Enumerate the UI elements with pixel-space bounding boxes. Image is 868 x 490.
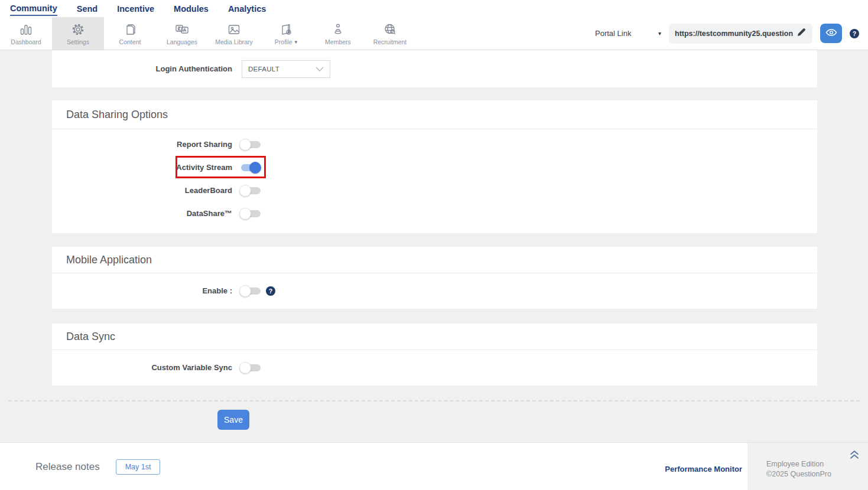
profile-folder-icon — [279, 21, 293, 37]
eye-icon — [825, 28, 837, 38]
portal-link-dropdown[interactable]: Portal Link ▾ — [595, 29, 661, 38]
custom-variable-sync-toggle[interactable] — [239, 362, 261, 374]
toolbar-item-recruitment[interactable]: Recruitment — [364, 17, 416, 50]
portal-url-field[interactable]: https://testcommunity25.questionpr — [669, 24, 812, 44]
nav-item-modules[interactable]: Modules — [174, 2, 209, 15]
save-row: Save — [217, 410, 868, 430]
section-header: Data Sharing Options — [52, 100, 817, 129]
toolbar-item-members[interactable]: Members — [312, 17, 364, 50]
bar-chart-icon — [19, 21, 33, 37]
toolbar-item-settings[interactable]: Settings — [52, 17, 104, 50]
login-authentication-value: DEFAULT — [248, 66, 279, 73]
toolbar-item-label: Content — [119, 38, 141, 45]
custom-variable-sync-label: Custom Variable Sync — [52, 363, 232, 372]
login-authentication-select[interactable]: DEFAULT — [242, 60, 330, 78]
mobile-enable-toggle[interactable] — [239, 285, 261, 297]
login-authentication-label: Login Authentication — [52, 64, 232, 73]
mobile-enable-label: Enable : — [52, 286, 232, 295]
section-title: Mobile Application — [66, 254, 152, 266]
mobile-application-card: Mobile Application Enable : ? — [52, 247, 817, 309]
gear-icon — [71, 21, 85, 37]
nav-item-community[interactable]: Community — [10, 1, 57, 16]
nav-item-send[interactable]: Send — [77, 2, 97, 15]
chevron-down-icon: ▾ — [295, 39, 298, 45]
toolbar-item-label: Recruitment — [373, 38, 407, 45]
release-notes-label: Release notes — [35, 461, 100, 473]
toolbar: Dashboard Settings Content Languages Med… — [0, 17, 868, 50]
report-sharing-row: Report Sharing — [52, 133, 817, 156]
datashare-label: DataShare™ — [52, 209, 232, 218]
toolbar-item-media-library[interactable]: Media Library — [208, 17, 260, 50]
toolbar-item-label: Media Library — [215, 38, 253, 45]
chevron-down-icon: ▾ — [658, 30, 661, 37]
activity-stream-row: Activity Stream — [52, 156, 817, 179]
nav-item-analytics[interactable]: Analytics — [228, 2, 266, 15]
edition-line2: ©2025 QuestionPro — [766, 469, 831, 479]
activity-stream-label: Activity Stream — [52, 163, 232, 172]
performance-monitor-link[interactable]: Performance Monitor — [665, 465, 742, 473]
pencil-icon[interactable] — [797, 27, 807, 40]
section-title: Data Sync — [66, 331, 115, 343]
portal-url-text: https://testcommunity25.questionpr — [675, 30, 793, 38]
footer: Release notes May 1st Performance Monito… — [0, 442, 868, 490]
section-title: Data Sharing Options — [66, 109, 168, 121]
toolbar-item-content[interactable]: Content — [104, 17, 156, 50]
toolbar-item-label: Settings — [67, 38, 89, 45]
data-sync-card: Data Sync Custom Variable Sync — [52, 324, 817, 386]
release-date-badge[interactable]: May 1st — [116, 459, 161, 475]
custom-variable-sync-row: Custom Variable Sync — [52, 356, 817, 379]
mobile-enable-row: Enable : ? — [52, 279, 817, 302]
settings-page: Login Authentication DEFAULT Data Sharin… — [0, 50, 868, 442]
report-sharing-toggle[interactable] — [239, 139, 261, 151]
section-header: Mobile Application — [52, 247, 817, 273]
datashare-row: DataShare™ — [52, 202, 817, 225]
edition-panel: Employee Edition ©2025 QuestionPro — [747, 443, 868, 490]
chevron-down-icon — [316, 64, 324, 74]
leaderboard-toggle[interactable] — [239, 185, 261, 197]
toolbar-item-label: Profile ▾ — [275, 38, 297, 45]
toolbar-item-label: Members — [325, 38, 351, 45]
save-button[interactable]: Save — [217, 410, 249, 430]
toolbar-item-label-text: Profile — [275, 38, 292, 45]
toolbar-item-dashboard[interactable]: Dashboard — [0, 17, 52, 50]
toolbar-item-profile[interactable]: Profile ▾ — [260, 17, 312, 50]
toolbar-item-label: Dashboard — [11, 38, 41, 45]
leaderboard-label: LeaderBoard — [52, 186, 232, 195]
edition-line1: Employee Edition — [766, 459, 831, 469]
toolbar-item-languages[interactable]: Languages — [156, 17, 208, 50]
globe-search-icon — [383, 21, 397, 37]
login-authentication-card: Login Authentication DEFAULT — [52, 50, 817, 87]
translate-icon — [174, 21, 190, 37]
portal-link-label: Portal Link — [595, 29, 631, 38]
toolbar-right-controls: Portal Link ▾ https://testcommunity25.qu… — [595, 17, 868, 50]
section-body: Enable : ? — [52, 273, 817, 308]
help-icon[interactable]: ? — [850, 29, 859, 38]
pages-icon — [123, 21, 137, 37]
help-icon[interactable]: ? — [266, 286, 275, 296]
dashed-divider — [8, 400, 860, 401]
edition-text: Employee Edition ©2025 QuestionPro — [766, 459, 831, 479]
section-body: Report Sharing Activity Stream LeaderBoa… — [52, 129, 817, 225]
activity-stream-toggle[interactable] — [239, 162, 261, 174]
data-sharing-options-card: Data Sharing Options Report Sharing Acti… — [52, 100, 817, 233]
datashare-toggle[interactable] — [239, 208, 261, 220]
double-chevron-up-icon[interactable] — [849, 449, 860, 463]
preview-button[interactable] — [820, 24, 842, 43]
person-icon — [331, 21, 345, 37]
report-sharing-label: Report Sharing — [52, 140, 232, 149]
section-body: Custom Variable Sync — [52, 350, 817, 385]
release-notes-group: Release notes May 1st — [35, 459, 160, 475]
top-nav: Community Send Incentive Modules Analyti… — [0, 0, 868, 17]
toolbar-item-label: Languages — [167, 38, 197, 45]
image-icon — [227, 21, 241, 37]
nav-item-incentive[interactable]: Incentive — [117, 2, 154, 15]
section-header: Data Sync — [52, 324, 817, 350]
leaderboard-row: LeaderBoard — [52, 179, 817, 202]
